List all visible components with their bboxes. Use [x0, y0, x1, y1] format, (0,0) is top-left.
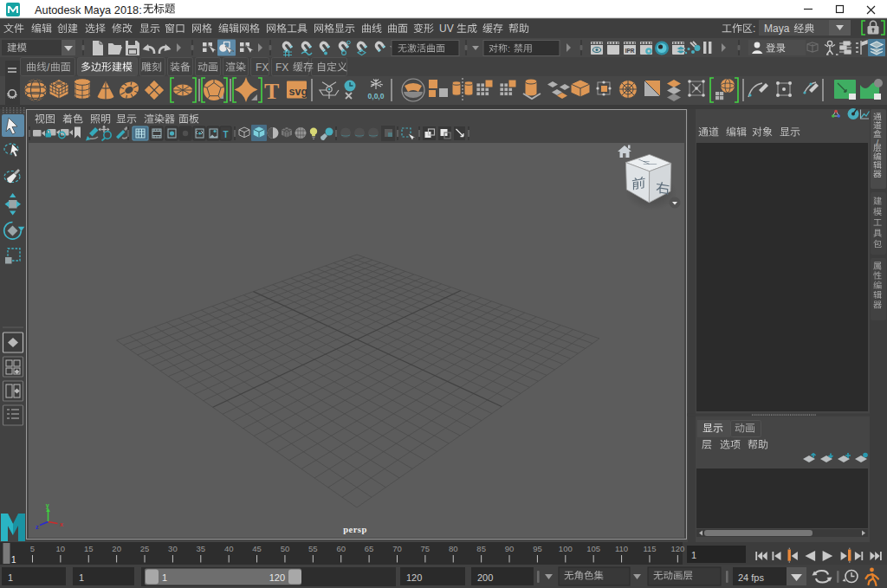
svg-text:Maya: Maya: [764, 23, 790, 35]
svg-text:60: 60: [336, 544, 346, 553]
svg-text:85: 85: [476, 544, 486, 553]
svg-text:T: T: [223, 130, 229, 139]
svg-text:90: 90: [505, 544, 515, 553]
svg-text::: :: [508, 43, 510, 54]
svg-text:Autodesk Maya 2018:: Autodesk Maya 2018:: [35, 3, 145, 16]
svg-text:35: 35: [197, 544, 206, 553]
svg-text:1: 1: [11, 555, 16, 565]
svg-text:110: 110: [615, 544, 628, 553]
svg-text:persp: persp: [343, 525, 367, 534]
svg-text:40: 40: [224, 544, 234, 553]
svg-text:UV: UV: [439, 23, 454, 35]
svg-text:1: 1: [79, 572, 84, 583]
svg-text:50: 50: [281, 544, 290, 553]
svg-text:5: 5: [30, 544, 35, 553]
svg-text:25: 25: [140, 544, 150, 553]
svg-text:10: 10: [56, 544, 66, 553]
svg-text:45: 45: [252, 544, 262, 553]
svg-text:y: y: [46, 502, 49, 509]
svg-text:75: 75: [421, 544, 431, 553]
svg-text:IPR: IPR: [625, 48, 635, 54]
svg-text:FX: FX: [275, 61, 288, 74]
svg-text:FX: FX: [256, 61, 269, 74]
svg-text:24 fps: 24 fps: [738, 572, 764, 583]
svg-text:105: 105: [586, 544, 600, 553]
svg-text:120: 120: [269, 572, 285, 583]
svg-text:svg: svg: [289, 86, 308, 98]
svg-text:80: 80: [449, 544, 458, 553]
svg-text:20: 20: [112, 544, 121, 553]
svg-text:x: x: [60, 521, 63, 527]
svg-text:1: 1: [162, 572, 167, 583]
svg-text:55: 55: [308, 544, 318, 553]
svg-text:T: T: [264, 79, 279, 104]
svg-text:100: 100: [559, 544, 573, 553]
svg-text:30: 30: [168, 544, 178, 553]
svg-text:115: 115: [643, 544, 656, 553]
svg-text:70: 70: [392, 544, 402, 553]
svg-text:/: /: [877, 138, 879, 147]
svg-text:120: 120: [670, 544, 684, 553]
svg-text:65: 65: [365, 544, 374, 553]
svg-text:120: 120: [406, 572, 422, 583]
svg-text:1: 1: [8, 572, 13, 583]
svg-text::: :: [753, 23, 755, 35]
svg-text:1: 1: [691, 550, 696, 560]
svg-text:0,0,0: 0,0,0: [368, 92, 385, 100]
svg-text:200: 200: [477, 572, 493, 583]
svg-text:z: z: [36, 524, 39, 530]
svg-text:15: 15: [84, 544, 94, 553]
svg-text:95: 95: [533, 544, 542, 553]
